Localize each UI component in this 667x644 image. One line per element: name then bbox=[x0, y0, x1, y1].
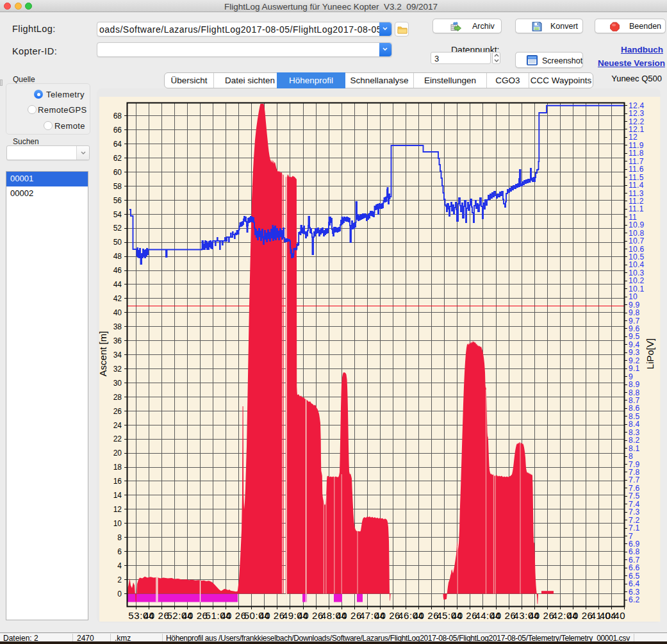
svg-text:40 26: 40 26 bbox=[182, 610, 208, 621]
svg-text:40 26: 40 26 bbox=[259, 610, 285, 621]
svg-text:32: 32 bbox=[113, 365, 122, 374]
svg-text:60: 60 bbox=[113, 168, 122, 177]
svg-text:40 26: 40 26 bbox=[413, 610, 440, 621]
svg-text:10: 10 bbox=[113, 519, 122, 528]
svg-text:50: 50 bbox=[113, 238, 122, 247]
svg-text:4: 4 bbox=[117, 561, 122, 570]
svg-text:40 26: 40 26 bbox=[144, 610, 170, 621]
svg-text:52: 52 bbox=[113, 224, 122, 233]
svg-text:48: 48 bbox=[113, 252, 122, 261]
svg-text:36: 36 bbox=[113, 336, 122, 345]
svg-text:22: 22 bbox=[113, 434, 122, 443]
svg-text:30: 30 bbox=[113, 379, 122, 388]
svg-text:LiPo[V]: LiPo[V] bbox=[645, 338, 655, 369]
svg-text:40:40: 40:40 bbox=[600, 610, 626, 621]
svg-text:26: 26 bbox=[113, 407, 122, 416]
svg-text:42: 42 bbox=[113, 294, 122, 303]
svg-text:40 26: 40 26 bbox=[297, 610, 324, 621]
svg-text:8: 8 bbox=[117, 533, 122, 542]
svg-text:40 26: 40 26 bbox=[529, 610, 555, 621]
svg-text:40 26: 40 26 bbox=[452, 610, 478, 621]
svg-text:14: 14 bbox=[113, 491, 122, 500]
svg-text:2: 2 bbox=[117, 575, 122, 584]
svg-text:12: 12 bbox=[113, 505, 122, 514]
svg-text:38: 38 bbox=[113, 322, 122, 331]
svg-text:54: 54 bbox=[113, 210, 122, 219]
svg-text:40 26: 40 26 bbox=[567, 610, 593, 621]
svg-text:Ascent [m]: Ascent [m] bbox=[97, 331, 108, 377]
svg-text:40 26: 40 26 bbox=[490, 610, 516, 621]
svg-text:20: 20 bbox=[113, 449, 122, 458]
svg-text:6: 6 bbox=[117, 547, 122, 556]
svg-text:28: 28 bbox=[113, 393, 122, 402]
svg-text:56: 56 bbox=[113, 196, 122, 205]
svg-text:58: 58 bbox=[113, 182, 122, 191]
svg-text:44: 44 bbox=[113, 280, 122, 289]
svg-text:68: 68 bbox=[113, 111, 122, 120]
svg-text:40 26: 40 26 bbox=[336, 610, 362, 621]
svg-text:40: 40 bbox=[113, 308, 122, 317]
svg-text:40 26: 40 26 bbox=[375, 610, 401, 621]
svg-text:34: 34 bbox=[113, 351, 122, 359]
svg-text:46: 46 bbox=[113, 266, 122, 275]
svg-text:64: 64 bbox=[113, 140, 122, 149]
svg-text:6.2: 6.2 bbox=[629, 595, 640, 604]
svg-text:24: 24 bbox=[113, 421, 122, 430]
svg-text:62: 62 bbox=[113, 154, 122, 163]
svg-text:18: 18 bbox=[113, 463, 122, 472]
svg-text:16: 16 bbox=[113, 477, 122, 486]
svg-text:40 26: 40 26 bbox=[220, 610, 247, 621]
svg-text:66: 66 bbox=[113, 126, 122, 135]
svg-text:0: 0 bbox=[117, 590, 122, 599]
